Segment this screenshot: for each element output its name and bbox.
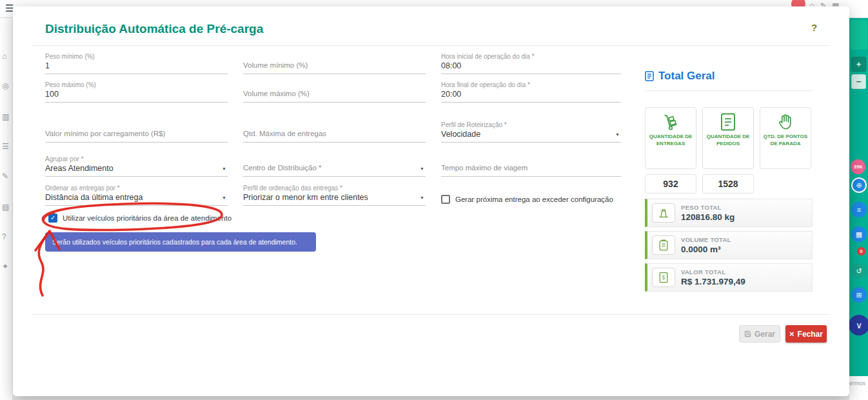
- field-underline: [45, 102, 228, 103]
- card-label: QUANTIDADE DE ENTREGAS: [646, 134, 696, 148]
- checkbox-unchecked[interactable]: [441, 195, 450, 204]
- checkbox-veiculos-prioritarios[interactable]: ✓ Utilizar veículos prioritários da área…: [48, 214, 232, 223]
- zoom-in-button[interactable]: +: [851, 57, 866, 72]
- field-label: [45, 121, 228, 130]
- field-underline: [441, 74, 621, 74]
- map-control-block: [851, 20, 867, 50]
- select-value[interactable]: Priorizar o menor km entre clientes: [243, 193, 426, 204]
- footer-fragment: ermos: [849, 376, 868, 400]
- field-label: Perfil de Roteirização *: [441, 121, 621, 130]
- field-placeholder[interactable]: Tempo máximo de viagem: [441, 164, 621, 175]
- field-underline: [243, 205, 426, 206]
- select-value[interactable]: Distância da última entrega: [45, 193, 228, 204]
- field-qtd-maxima: Qtd. Máxima de entregas: [243, 121, 426, 143]
- chevron-down-icon[interactable]: ▼: [420, 166, 424, 171]
- card-pontos-parada: QTD. DE PONTOS DE PARADA: [760, 107, 811, 169]
- field-label: [243, 81, 426, 90]
- document-icon[interactable]: ▤: [2, 203, 9, 212]
- field-value[interactable]: 20:00: [441, 90, 621, 101]
- select-ordenar-entregas: Ordenar as entregas por * Distância da ú…: [45, 185, 228, 206]
- chevron-down-icon[interactable]: ▼: [222, 195, 226, 200]
- card-label: QTD. DE PONTOS DE PARADA: [760, 134, 811, 148]
- help-icon[interactable]: ?: [2, 232, 6, 241]
- field-underline: [45, 142, 228, 143]
- field-label: [243, 155, 426, 164]
- map-grid-button[interactable]: ▦: [851, 226, 867, 242]
- collapse-button[interactable]: ∨: [849, 315, 868, 335]
- select-perfil-roteirizacao: Perfil de Roteirização * Velocidade ▼: [441, 121, 621, 143]
- info-tooltip: Serão utilizados veículos prioritários c…: [45, 232, 316, 252]
- field-underline: [243, 176, 426, 177]
- field-underline: [243, 74, 426, 74]
- chart-icon[interactable]: ▥: [2, 112, 9, 121]
- summary-value: R$ 1.731.979,49: [681, 277, 745, 286]
- search-icon[interactable]: ◎: [2, 81, 8, 90]
- field-value[interactable]: 1: [45, 61, 228, 72]
- field-label: [441, 155, 621, 164]
- field-underline: [441, 142, 621, 143]
- map-extra-button[interactable]: ⊞: [851, 287, 867, 303]
- select-value[interactable]: Areas Atendimento: [45, 164, 228, 175]
- field-label: Peso mínimo (%): [45, 53, 228, 61]
- checkbox-label: Gerar próxima entrega ao exceder configu…: [455, 195, 613, 203]
- field-underline: [441, 102, 621, 103]
- select-value[interactable]: Velocidade: [441, 130, 621, 141]
- field-label: Hora inicial de operação do dia *: [441, 53, 621, 61]
- fechar-button[interactable]: × Fechar: [785, 325, 827, 343]
- zoom-out-button[interactable]: −: [851, 74, 866, 89]
- list-icon[interactable]: ☰: [2, 142, 9, 151]
- field-volume-maximo: Volume máximo (%): [243, 81, 426, 103]
- chevron-down-icon[interactable]: ▼: [615, 132, 620, 137]
- field-label: Ordenar as entregas por *: [45, 185, 228, 193]
- fechar-button-label: Fechar: [798, 330, 823, 339]
- check-icon: ✓: [50, 215, 56, 221]
- help-icon[interactable]: ?: [811, 22, 817, 33]
- field-underline: [45, 205, 228, 206]
- document-icon: [720, 112, 736, 132]
- left-sidebar: ⌂ ◎ ▥ ☰ ✎ ▤ ? ✦: [0, 18, 13, 400]
- total-geral-title: Total Geral: [658, 70, 715, 83]
- checkbox-checked[interactable]: ✓: [48, 214, 57, 223]
- gerar-button[interactable]: Gerar: [739, 325, 780, 343]
- chevron-down-icon[interactable]: ▼: [222, 166, 226, 171]
- edit-icon[interactable]: ✎: [2, 172, 8, 181]
- map-list-button[interactable]: ≡: [851, 202, 867, 217]
- field-placeholder[interactable]: Valor mínimo por carregamento (R$): [45, 130, 228, 141]
- refresh-button[interactable]: ↺: [851, 263, 867, 279]
- tools-icon[interactable]: ✦: [2, 262, 8, 271]
- select-placeholder[interactable]: Centro de Distribuição *: [243, 164, 426, 175]
- invoice-icon: $: [652, 268, 675, 287]
- clipboard-icon: [652, 235, 675, 255]
- checkbox-gerar-proxima[interactable]: Gerar próxima entrega ao exceder configu…: [441, 195, 613, 204]
- select-centro-distribuicao: Centro de Distribuição * ▼: [243, 155, 426, 177]
- weight-scale-icon: [652, 203, 675, 223]
- field-label: Perfil de ordenação das entregas *: [243, 185, 426, 193]
- field-placeholder[interactable]: Volume mínimo (%): [243, 61, 426, 72]
- field-placeholder[interactable]: Volume máximo (%): [243, 90, 426, 101]
- summary-valor-total: $ VALOR TOTAL R$ 1.731.979,49: [645, 263, 813, 292]
- map-layers-button[interactable]: ⊕: [851, 177, 867, 193]
- field-volume-minimo: Volume mínimo (%): [243, 53, 426, 74]
- summary-text: VALOR TOTAL R$ 1.731.979,49: [681, 268, 745, 286]
- field-label: Peso máximo (%): [45, 81, 228, 90]
- select-perfil-ordenacao: Perfil de ordenação das entregas * Prior…: [243, 185, 426, 206]
- modal-distribuicao-automatica: Distribuição Automática de Pré-carga ? P…: [13, 6, 849, 396]
- summary-label: VOLUME TOTAL: [681, 236, 731, 243]
- hand-truck-icon: [662, 112, 680, 132]
- home-icon[interactable]: ⌂: [2, 52, 6, 61]
- summary-label: PESO TOTAL: [681, 204, 735, 211]
- summary-value: 0.0000 m³: [681, 245, 731, 254]
- card-pedidos: QUANTIDADE DE PEDIDOS: [702, 107, 754, 169]
- field-value[interactable]: 100: [45, 90, 228, 101]
- modal-title: Distribuição Automática de Pré-carga: [45, 22, 263, 36]
- summary-value: 120816.80 kg: [681, 212, 735, 222]
- svg-text:$: $: [662, 274, 665, 281]
- chevron-down-icon[interactable]: ▼: [420, 195, 424, 200]
- field-label: Agrupar por *: [45, 155, 228, 164]
- save-icon: [744, 330, 751, 337]
- close-icon: ×: [789, 329, 794, 339]
- divider: [32, 314, 830, 315]
- checkbox-label: Utilizar veículos prioritários da área d…: [63, 214, 232, 222]
- field-placeholder[interactable]: Qtd. Máxima de entregas: [243, 130, 426, 141]
- field-value[interactable]: 08:00: [441, 61, 621, 72]
